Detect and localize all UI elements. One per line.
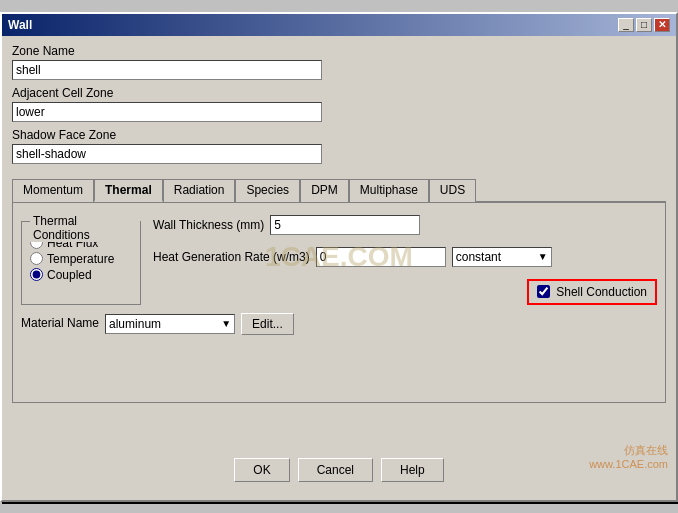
edit-button[interactable]: Edit... (241, 313, 294, 335)
minimize-button[interactable]: _ (618, 18, 634, 32)
tab-uds[interactable]: UDS (429, 179, 476, 202)
tabs-container: Momentum Thermal Radiation Species DPM M… (12, 178, 666, 203)
material-row: Material Name aluminum ▼ Edit... (21, 313, 657, 335)
tab-dpm[interactable]: DPM (300, 179, 349, 202)
tab-thermal[interactable]: Thermal (94, 179, 163, 202)
adjacent-cell-zone-input[interactable] (12, 102, 322, 122)
wall-dialog: Wall _ □ ✕ Zone Name Adjacent Cell Zone … (0, 12, 678, 502)
tab-multiphase[interactable]: Multiphase (349, 179, 429, 202)
thermal-conditions-radio-group: Heat Flux Temperature Coupled (30, 236, 132, 282)
title-bar-controls: _ □ ✕ (618, 18, 670, 32)
heat-gen-label: Heat Generation Rate (w/m3) (153, 250, 310, 264)
adjacent-cell-zone-label: Adjacent Cell Zone (12, 86, 666, 100)
tab-species[interactable]: Species (235, 179, 300, 202)
temperature-radio[interactable] (30, 252, 43, 265)
material-name-label: Material Name (21, 316, 99, 330)
ok-button[interactable]: OK (234, 458, 289, 482)
shell-conduction-box: Shell Conduction (527, 279, 657, 305)
thermal-conditions-group: Thermal Conditions Heat Flux Temperature (21, 221, 141, 305)
maximize-button[interactable]: □ (636, 18, 652, 32)
main-form-area: Thermal Conditions Heat Flux Temperature (21, 215, 657, 305)
material-dropdown-arrow-icon: ▼ (221, 318, 231, 329)
tab-momentum[interactable]: Momentum (12, 179, 94, 202)
coupled-radio[interactable] (30, 268, 43, 281)
shadow-face-zone-label: Shadow Face Zone (12, 128, 666, 142)
heat-gen-row: Heat Generation Rate (w/m3) constant ▼ (153, 247, 657, 267)
tab-content: 1CAE.COM Thermal Conditions Heat Flux Te… (12, 203, 666, 403)
material-dropdown[interactable]: aluminum ▼ (105, 314, 235, 334)
wall-thickness-input[interactable] (270, 215, 420, 235)
window-title: Wall (8, 18, 32, 32)
window-content: Zone Name Adjacent Cell Zone Shadow Face… (2, 36, 676, 411)
right-panel: Wall Thickness (mm) Heat Generation Rate… (153, 215, 657, 305)
wall-thickness-row: Wall Thickness (mm) (153, 215, 657, 235)
zone-name-input[interactable] (12, 60, 322, 80)
shell-conduction-label: Shell Conduction (556, 285, 647, 299)
cancel-button[interactable]: Cancel (298, 458, 373, 482)
radio-temperature[interactable]: Temperature (30, 252, 132, 266)
close-button[interactable]: ✕ (654, 18, 670, 32)
temperature-label: Temperature (47, 252, 114, 266)
bottom-buttons: OK Cancel Help (2, 448, 676, 492)
thermal-conditions-label: Thermal Conditions (30, 214, 140, 242)
tab-radiation[interactable]: Radiation (163, 179, 236, 202)
coupled-label: Coupled (47, 268, 92, 282)
dropdown-arrow-icon: ▼ (538, 251, 548, 262)
shadow-face-zone-input[interactable] (12, 144, 322, 164)
title-bar: Wall _ □ ✕ (2, 14, 676, 36)
heat-gen-input[interactable] (316, 247, 446, 267)
material-value: aluminum (109, 317, 161, 331)
zone-name-label: Zone Name (12, 44, 666, 58)
heat-gen-dropdown[interactable]: constant ▼ (452, 247, 552, 267)
shell-conduction-checkbox[interactable] (537, 285, 550, 298)
help-button[interactable]: Help (381, 458, 444, 482)
radio-coupled[interactable]: Coupled (30, 268, 132, 282)
dropdown-value: constant (456, 250, 501, 264)
wall-thickness-label: Wall Thickness (mm) (153, 218, 264, 232)
